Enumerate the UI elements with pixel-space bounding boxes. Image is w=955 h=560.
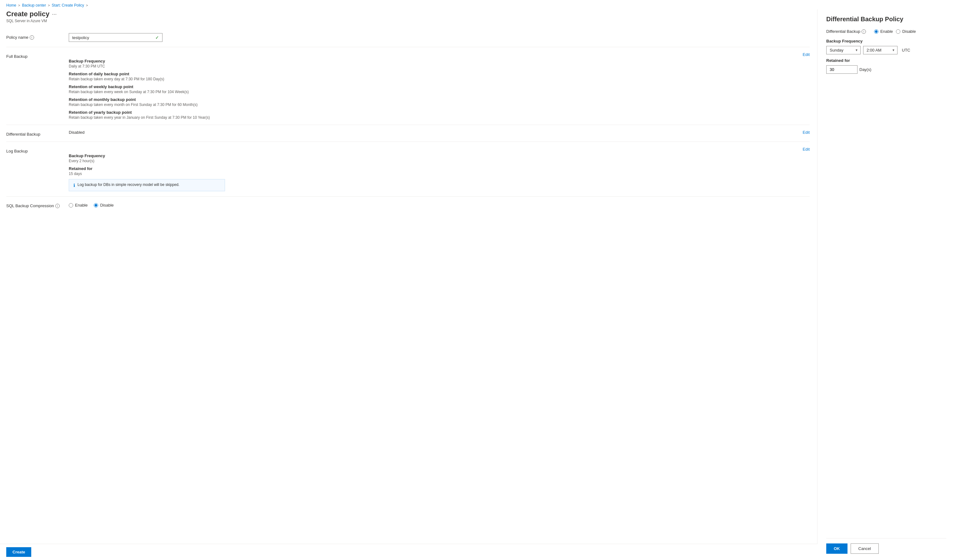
utc-label: UTC — [902, 48, 910, 53]
differential-enable-option[interactable]: Enable — [874, 29, 893, 34]
differential-enable-radio[interactable] — [874, 30, 878, 34]
right-panel: Differential Backup Policy Differential … — [817, 9, 955, 560]
differential-backup-edit-link[interactable]: Edit — [803, 130, 810, 135]
differential-disable-label: Disable — [902, 29, 916, 34]
full-backup-frequency-title: Backup Frequency — [69, 59, 810, 63]
retained-for-label: Retained for — [826, 58, 946, 63]
differential-disable-radio[interactable] — [896, 30, 900, 34]
breadcrumb-home[interactable]: Home — [6, 3, 16, 8]
differential-backup-toggle-row: Differential Backup i Enable Disable — [826, 29, 946, 34]
policy-name-input[interactable] — [72, 35, 153, 40]
sql-backup-disable-label: Disable — [100, 203, 113, 208]
full-backup-monthly-desc: Retain backup taken every month on First… — [69, 103, 810, 107]
log-backup-section-header: Edit — [69, 147, 810, 152]
full-backup-monthly-title: Retention of monthly backup point — [69, 97, 810, 102]
log-backup-retained-desc: 15 days — [69, 172, 810, 176]
log-backup-info-icon: ℹ — [74, 183, 75, 188]
policy-name-input-wrapper: ✓ — [69, 33, 163, 42]
full-backup-yearly-desc: Retain backup taken every year in Januar… — [69, 115, 810, 120]
backup-frequency-section: Backup Frequency Sunday Monday Tuesday W… — [826, 39, 946, 55]
full-backup-edit-link[interactable]: Edit — [803, 52, 810, 57]
page-subtitle: SQL Server in Azure VM — [6, 19, 810, 23]
day-select[interactable]: Sunday Monday Tuesday Wednesday Thursday… — [826, 46, 861, 55]
log-backup-edit-link[interactable]: Edit — [803, 147, 810, 152]
policy-name-row: Policy name i ✓ — [6, 28, 810, 47]
time-select-wrapper: 12:00 AM 1:00 AM 2:00 AM 3:00 AM 4:00 AM… — [863, 46, 897, 55]
differential-enable-label: Enable — [880, 29, 893, 34]
full-backup-daily-title: Retention of daily backup point — [69, 72, 810, 76]
full-backup-daily-desc: Retain backup taken every day at 7:30 PM… — [69, 77, 810, 81]
differential-disable-option[interactable]: Disable — [896, 29, 916, 34]
bottom-bar: Create — [0, 544, 817, 560]
differential-backup-label: Differential Backup — [6, 130, 69, 136]
sql-backup-compression-radio-group: Enable Disable — [69, 203, 810, 208]
sql-backup-compression-label: SQL Backup Compression i — [6, 202, 69, 208]
differential-backup-section-header: Disabled Edit — [69, 130, 810, 135]
right-panel-spacer — [826, 79, 946, 538]
sql-backup-enable-radio[interactable] — [69, 203, 73, 208]
full-backup-row: Full Backup Edit Backup Frequency Daily … — [6, 47, 810, 125]
policy-name-label: Policy name i — [6, 33, 69, 40]
log-backup-frequency-title: Backup Frequency — [69, 153, 810, 158]
full-backup-label: Full Backup — [6, 52, 69, 59]
more-options-icon[interactable]: ··· — [52, 11, 56, 17]
full-backup-frequency-desc: Daily at 7:30 PM UTC — [69, 64, 810, 69]
full-backup-weekly-desc: Retain backup taken every week on Sunday… — [69, 90, 810, 94]
full-backup-weekly-title: Retention of weekly backup point — [69, 84, 810, 89]
differential-backup-right-label: Differential Backup i — [826, 29, 866, 34]
breadcrumb-backup-center[interactable]: Backup center — [22, 3, 46, 8]
sql-backup-enable-option[interactable]: Enable — [69, 203, 88, 208]
sql-backup-disable-option[interactable]: Disable — [94, 203, 113, 208]
sql-backup-enable-label: Enable — [75, 203, 88, 208]
log-backup-label: Log Backup — [6, 147, 69, 153]
retained-for-input[interactable] — [826, 65, 858, 74]
sql-backup-compression-info-icon[interactable]: i — [55, 204, 60, 208]
full-backup-yearly-title: Retention of yearly backup point — [69, 110, 810, 115]
policy-name-info-icon[interactable]: i — [30, 35, 34, 40]
differential-backup-status: Disabled — [69, 130, 85, 135]
full-backup-section-header: Edit — [69, 52, 810, 57]
breadcrumb: Home > Backup center > Start: Create Pol… — [0, 0, 955, 9]
differential-backup-row: Differential Backup Disabled Edit — [6, 125, 810, 142]
log-backup-retained-title: Retained for — [69, 166, 810, 171]
breadcrumb-start-create-policy[interactable]: Start: Create Policy — [52, 3, 84, 8]
left-panel: Create policy ··· SQL Server in Azure VM… — [0, 9, 817, 560]
backup-frequency-section-label: Backup Frequency — [826, 39, 946, 44]
cancel-button[interactable]: Cancel — [851, 543, 879, 554]
right-panel-bottom-bar: OK Cancel — [826, 538, 946, 554]
log-backup-frequency-desc: Every 2 hour(s) — [69, 159, 810, 163]
right-panel-title: Differential Backup Policy — [826, 16, 946, 23]
retained-for-controls: Day(s) — [826, 65, 946, 74]
retained-for-section: Retained for Day(s) — [826, 58, 946, 74]
ok-button[interactable]: OK — [826, 543, 847, 554]
day-select-wrapper: Sunday Monday Tuesday Wednesday Thursday… — [826, 46, 861, 55]
sql-backup-compression-row: SQL Backup Compression i Enable Disable — [6, 197, 810, 213]
differential-backup-info-icon[interactable]: i — [861, 30, 866, 34]
log-backup-row: Log Backup Edit Backup Frequency Every 2… — [6, 142, 810, 197]
sql-backup-disable-radio[interactable] — [94, 203, 98, 208]
policy-name-checkmark: ✓ — [155, 35, 159, 40]
backup-frequency-controls: Sunday Monday Tuesday Wednesday Thursday… — [826, 46, 946, 55]
page-title: Create policy — [6, 10, 49, 18]
log-backup-info-box: ℹ Log backup for DBs in simple recovery … — [69, 179, 225, 191]
retained-for-unit: Day(s) — [860, 67, 871, 72]
log-backup-info-text: Log backup for DBs in simple recovery mo… — [78, 183, 179, 187]
create-button[interactable]: Create — [6, 547, 31, 557]
time-select[interactable]: 12:00 AM 1:00 AM 2:00 AM 3:00 AM 4:00 AM… — [863, 46, 897, 55]
